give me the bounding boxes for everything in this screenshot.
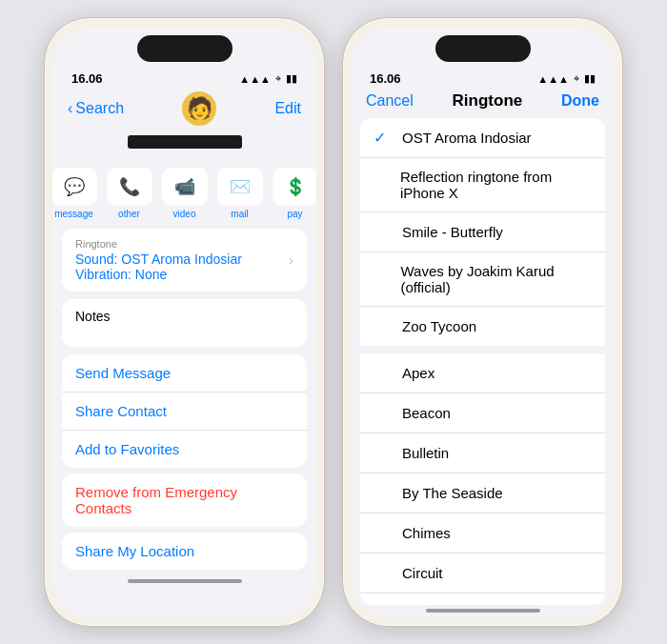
right-phone: 16.06 ▲▲▲ ⌖ ▮▮ Cancel Ringtone Done ✓ OS…: [342, 17, 623, 627]
ringtone-name-waves: Waves by Joakim Karud (official): [400, 263, 592, 295]
ringtone-section-label: Ringtone: [75, 238, 242, 250]
time-right: 16.06: [370, 71, 401, 86]
ringtone-name-smile: Smile - Butterfly: [402, 224, 503, 240]
contact-name-bar: [128, 135, 242, 149]
back-button[interactable]: ‹ Search: [68, 100, 124, 117]
ringtone-item-bulletin[interactable]: ✓ Bulletin: [360, 433, 605, 473]
add-favorites-row[interactable]: Add to Favorites: [62, 431, 307, 468]
message-icon: 💬: [52, 168, 97, 206]
battery-icon: ▮▮: [286, 72, 297, 85]
phone-icon: 📞: [107, 168, 152, 206]
status-icons-left: ▲▲▲ ⌖ ▮▮: [239, 72, 297, 85]
ringtone-chevron: ›: [289, 252, 293, 268]
action-btn-message[interactable]: 💬 message: [52, 168, 97, 219]
wifi-icon: ⌖: [275, 72, 281, 85]
action-list-3: Share My Location: [62, 533, 307, 570]
dynamic-island-left: [137, 35, 232, 62]
ringtone-card[interactable]: Ringtone Sound: OST Aroma Indosiar Vibra…: [62, 229, 307, 292]
share-location-row[interactable]: Share My Location: [62, 533, 307, 570]
home-indicator-right: [426, 609, 540, 613]
done-button[interactable]: Done: [561, 92, 599, 110]
home-indicator-left: [128, 579, 242, 583]
ringtone-item-seaside[interactable]: ✓ By The Seaside: [360, 473, 605, 513]
ringtone-name-seaside: By The Seaside: [402, 485, 503, 501]
ringtone-item-circuit[interactable]: ✓ Circuit: [360, 553, 605, 594]
ringtone-item-smile[interactable]: ✓ Smile - Butterfly: [360, 212, 605, 252]
ringtone-name-beacon: Beacon: [402, 405, 451, 421]
action-buttons: 💬 message 📞 other 📹 video ✉️ mail 💲 pay: [52, 168, 316, 229]
mail-icon: ✉️: [217, 168, 263, 206]
status-bar-left: 16.06 ▲▲▲ ⌖ ▮▮: [52, 62, 316, 90]
ringtone-item-apex[interactable]: ✓ Apex: [360, 353, 605, 393]
action-btn-pay[interactable]: 💲 pay: [273, 168, 317, 219]
signal-icon-right: ▲▲▲: [537, 73, 569, 85]
edit-button[interactable]: Edit: [274, 100, 301, 117]
ringtone-name-chimes: Chimes: [402, 525, 451, 541]
contact-header: [52, 131, 316, 168]
ringtone-info: Ringtone Sound: OST Aroma Indosiar Vibra…: [75, 238, 242, 282]
ringtone-row[interactable]: Ringtone Sound: OST Aroma Indosiar Vibra…: [62, 229, 307, 292]
other-label: other: [118, 209, 140, 219]
ringtone-name-circuit: Circuit: [402, 565, 443, 581]
avatar-emoji: 🧑: [187, 96, 212, 121]
ringtone-item-zoo[interactable]: ✓ Zoo Tycoon: [360, 307, 605, 353]
share-contact-row[interactable]: Share Contact: [62, 392, 307, 431]
left-phone: 16.06 ▲▲▲ ⌖ ▮▮ ‹ Search 🧑 Edit 💬: [44, 17, 325, 627]
avatar: 🧑: [182, 91, 216, 126]
action-list-1: Send Message Share Contact Add to Favori…: [62, 354, 307, 468]
remove-emergency-row[interactable]: Remove from Emergency Contacts: [62, 473, 307, 527]
notes-label: Notes: [75, 309, 293, 324]
notes-section[interactable]: Notes: [62, 299, 307, 347]
status-icons-right: ▲▲▲ ⌖ ▮▮: [537, 72, 596, 85]
ringtone-item-ost[interactable]: ✓ OST Aroma Indosiar: [360, 118, 605, 158]
ringtone-vibration: Vibration: None: [75, 267, 242, 282]
ringtone-item-beacon[interactable]: ✓ Beacon: [360, 393, 605, 433]
video-icon: 📹: [162, 168, 208, 206]
cancel-button[interactable]: Cancel: [366, 92, 414, 110]
action-btn-other[interactable]: 📞 other: [107, 168, 152, 219]
ringtone-name-zoo: Zoo Tycoon: [402, 318, 476, 334]
signal-icon: ▲▲▲: [239, 73, 271, 85]
ringtone-item-reflection[interactable]: ✓ Reflection ringtone from iPhone X: [360, 158, 605, 212]
ringtone-name-bulletin: Bulletin: [402, 445, 449, 461]
left-screen: 16.06 ▲▲▲ ⌖ ▮▮ ‹ Search 🧑 Edit 💬: [52, 28, 316, 618]
ringtone-scroll-area: ✓ OST Aroma Indosiar ✓ Reflection ringto…: [351, 118, 615, 605]
action-btn-video[interactable]: 📹 video: [162, 168, 208, 219]
ringtone-page-title: Ringtone: [453, 91, 523, 111]
check-icon-ost: ✓: [374, 129, 393, 147]
pay-label: pay: [287, 209, 302, 219]
pay-icon: 💲: [273, 168, 317, 206]
wifi-icon-right: ⌖: [574, 72, 579, 85]
right-screen: 16.06 ▲▲▲ ⌖ ▮▮ Cancel Ringtone Done ✓ OS…: [351, 28, 615, 618]
ringtone-item-chimes[interactable]: ✓ Chimes: [360, 513, 605, 553]
ringtone-list: ✓ OST Aroma Indosiar ✓ Reflection ringto…: [360, 118, 605, 605]
battery-icon-right: ▮▮: [584, 72, 596, 85]
ringtone-name-reflection: Reflection ringtone from iPhone X: [400, 169, 592, 201]
video-label: video: [173, 209, 196, 219]
status-bar-right: 16.06 ▲▲▲ ⌖ ▮▮: [351, 62, 615, 90]
ringtone-item-constellation[interactable]: ✓ Constellation: [360, 594, 605, 605]
message-label: message: [54, 209, 93, 219]
ringtone-name-apex: Apex: [402, 365, 435, 381]
contact-nav: ‹ Search 🧑 Edit: [52, 90, 316, 131]
action-list-2: Remove from Emergency Contacts: [62, 473, 307, 527]
back-label: Search: [75, 100, 124, 117]
ringtone-item-waves[interactable]: ✓ Waves by Joakim Karud (official): [360, 252, 605, 307]
ringtone-name-ost: OST Aroma Indosiar: [402, 130, 532, 146]
mail-label: mail: [231, 209, 248, 219]
ringtone-sound: Sound: OST Aroma Indosiar: [75, 252, 242, 267]
action-btn-mail[interactable]: ✉️ mail: [217, 168, 263, 219]
send-message-row[interactable]: Send Message: [62, 354, 307, 392]
time-left: 16.06: [71, 71, 103, 86]
dynamic-island-right: [435, 35, 531, 62]
ringtone-nav: Cancel Ringtone Done: [351, 90, 615, 118]
chevron-left-icon: ‹: [68, 100, 72, 117]
